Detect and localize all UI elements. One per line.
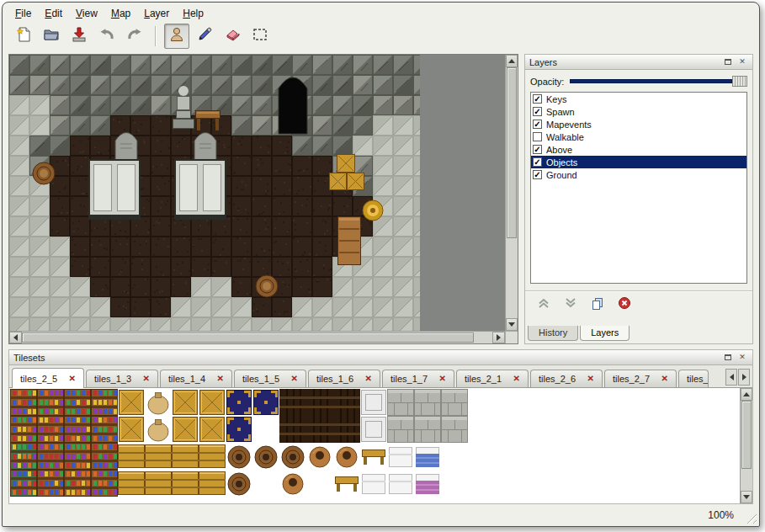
close-dock-button[interactable]: ✕: [736, 352, 748, 363]
undo-icon: [98, 26, 115, 46]
tab-close-icon[interactable]: ✕: [217, 375, 224, 383]
tilesets-dock-title: Tilesets: [13, 353, 45, 363]
tileset-tab[interactable]: tiles_2_5✕: [12, 368, 84, 388]
layers-dock-titlebar: Layers ✕: [525, 55, 752, 70]
slider-handle[interactable]: [732, 76, 747, 87]
layer-visibility-checkbox[interactable]: ✓: [533, 145, 542, 154]
tileset-tab[interactable]: tiles_1_5✕: [234, 370, 306, 387]
scroll-left-button[interactable]: [9, 332, 22, 343]
resize-grip[interactable]: [744, 511, 757, 524]
tileset-tab[interactable]: tiles_2_6✕: [530, 370, 603, 387]
layer-visibility-checkbox[interactable]: ✓: [533, 94, 542, 104]
float-icon: [725, 354, 731, 360]
layer-label: Walkable: [546, 132, 584, 142]
menu-map[interactable]: Map: [105, 6, 136, 21]
app-window: File Edit View Map Layer Help: [2, 2, 760, 527]
duplicate-layer-button[interactable]: [589, 296, 606, 313]
layer-visibility-checkbox[interactable]: ✓: [533, 170, 542, 179]
scrollbar-corner: [505, 331, 518, 343]
scrollbar-thumb[interactable]: [741, 401, 752, 469]
layer-row-ground[interactable]: ✓ Ground: [531, 168, 746, 181]
tool-place-object[interactable]: [164, 24, 189, 49]
layer-row-spawn[interactable]: ✓ Spawn: [531, 105, 746, 118]
layer-visibility-checkbox[interactable]: ✓: [533, 120, 542, 129]
eraser-icon: [224, 26, 241, 46]
tab-close-icon[interactable]: ✕: [69, 375, 76, 383]
float-dock-button[interactable]: [722, 56, 734, 67]
tab-scroll-left-button[interactable]: [725, 369, 737, 386]
check-icon: ✓: [534, 120, 540, 129]
tileset-tab-label: tiles_: [687, 374, 709, 384]
tab-close-icon[interactable]: ✕: [587, 375, 594, 383]
float-dock-button[interactable]: [722, 352, 734, 363]
tileset-tab-label: tiles_1_6: [316, 374, 353, 384]
layer-visibility-checkbox[interactable]: ✓: [533, 157, 542, 167]
tab-layers[interactable]: Layers: [580, 326, 630, 341]
statusbar: 100%: [3, 504, 759, 526]
menu-view[interactable]: View: [70, 6, 104, 21]
layer-actions-toolbar: [525, 290, 752, 317]
tab-close-icon[interactable]: ✕: [143, 375, 150, 383]
check-icon: ✓: [534, 95, 540, 104]
tileset-tab[interactable]: tiles_1_3✕: [86, 370, 158, 387]
tab-close-icon[interactable]: ✕: [513, 375, 520, 383]
tileset-canvas[interactable]: [10, 389, 468, 498]
menu-help[interactable]: Help: [177, 6, 210, 21]
tool-undo[interactable]: [94, 24, 120, 49]
layer-row-walkable[interactable]: ✓ Walkable: [531, 130, 746, 143]
tileset-tab[interactable]: tiles_1_7✕: [382, 370, 454, 387]
tileset-tab[interactable]: tiles_2_1✕: [456, 370, 529, 387]
tool-paint[interactable]: [192, 24, 217, 49]
check-icon: ✓: [534, 158, 540, 167]
scroll-down-button[interactable]: [506, 318, 518, 331]
layer-row-above[interactable]: ✓ Above: [531, 143, 746, 156]
tab-close-icon[interactable]: ✕: [365, 375, 372, 383]
paintbrush-icon: [196, 26, 213, 46]
layer-row-keys[interactable]: ✓ Keys: [531, 93, 746, 105]
scrollbar-thumb[interactable]: [507, 67, 517, 238]
check-icon: ✓: [534, 171, 540, 179]
opacity-slider[interactable]: [570, 75, 747, 88]
raise-layer-button[interactable]: [535, 296, 552, 313]
layer-visibility-checkbox[interactable]: ✓: [533, 132, 542, 141]
map-viewport: [8, 54, 518, 344]
scroll-down-button[interactable]: [741, 491, 752, 503]
scroll-up-button[interactable]: [741, 388, 752, 401]
lower-layer-button[interactable]: [562, 296, 579, 313]
map-canvas[interactable]: [9, 55, 420, 332]
tool-select[interactable]: [247, 24, 273, 49]
layers-dock-title: Layers: [529, 57, 557, 67]
tileset-tab[interactable]: tiles_: [678, 370, 709, 387]
tool-redo[interactable]: [122, 24, 147, 49]
scroll-right-button[interactable]: [492, 332, 505, 343]
zoom-level: 100%: [708, 509, 734, 521]
tab-close-icon[interactable]: ✕: [439, 375, 446, 383]
scrollbar-thumb[interactable]: [22, 332, 474, 343]
menu-file[interactable]: File: [9, 6, 37, 21]
layer-label: Keys: [546, 94, 566, 104]
menubar: File Edit View Map Layer Help: [3, 3, 759, 21]
layer-row-mapevents[interactable]: ✓ Mapevents: [531, 118, 746, 130]
check-icon: ✓: [534, 108, 540, 116]
tab-close-icon[interactable]: ✕: [291, 375, 298, 383]
menu-layer[interactable]: Layer: [138, 6, 175, 21]
tab-scroll-right-button[interactable]: [738, 369, 750, 386]
layer-visibility-checkbox[interactable]: ✓: [533, 107, 542, 116]
tab-scroll-buttons: [725, 369, 750, 386]
tab-history[interactable]: History: [528, 326, 578, 341]
tool-open[interactable]: [39, 24, 64, 49]
tileset-tab[interactable]: tiles_1_6✕: [308, 370, 380, 387]
menu-edit[interactable]: Edit: [39, 6, 68, 21]
main-area: Layers ✕ Opacity: ✓ Keys ✓ Sp: [3, 51, 759, 348]
scroll-up-button[interactable]: [506, 55, 518, 67]
tool-save[interactable]: [66, 24, 92, 49]
tileset-tab[interactable]: tiles_1_4✕: [160, 370, 232, 387]
tileset-tab[interactable]: tiles_2_7✕: [604, 370, 677, 387]
layer-row-objects[interactable]: ✓ Objects: [531, 156, 746, 168]
tool-erase[interactable]: [220, 24, 245, 49]
tab-close-icon[interactable]: ✕: [661, 375, 668, 383]
delete-layer-button[interactable]: [616, 296, 633, 313]
opacity-label: Opacity:: [530, 77, 564, 87]
close-dock-button[interactable]: ✕: [736, 56, 748, 67]
tool-new[interactable]: [11, 24, 36, 49]
